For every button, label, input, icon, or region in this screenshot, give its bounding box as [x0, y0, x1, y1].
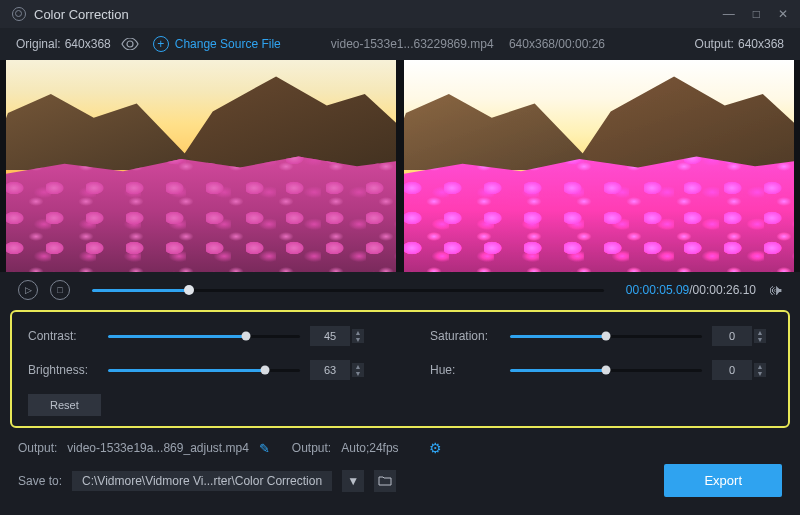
app-logo-icon [12, 7, 26, 21]
save-path: C:\Vidmore\Vidmore Vi...rter\Color Corre… [72, 471, 332, 491]
close-button[interactable]: ✕ [778, 7, 788, 21]
saturation-slider[interactable] [510, 335, 702, 338]
settings-icon[interactable]: ⚙ [429, 440, 442, 456]
source-filename: video-1533e1...63229869.mp4 [331, 37, 494, 51]
hue-up[interactable]: ▲ [754, 363, 766, 370]
maximize-button[interactable]: □ [753, 7, 760, 21]
contrast-slider[interactable] [108, 335, 300, 338]
path-dropdown-button[interactable]: ▼ [342, 470, 364, 492]
timeline-thumb[interactable] [184, 285, 194, 295]
preview-toggle-icon[interactable] [121, 38, 139, 50]
timeline-slider[interactable] [92, 289, 604, 292]
edit-filename-icon[interactable]: ✎ [259, 441, 270, 456]
export-button[interactable]: Export [664, 464, 782, 497]
preview-adjusted [404, 60, 794, 272]
hue-down[interactable]: ▼ [754, 370, 766, 377]
transport-bar: ▷ □ 00:00:05.09/00:00:26.10 🕪 [0, 272, 800, 308]
plus-icon: + [153, 36, 169, 52]
brightness-spinner[interactable]: ▲▼ [310, 360, 370, 380]
change-source-button[interactable]: + Change Source File [153, 36, 281, 52]
play-button[interactable]: ▷ [18, 280, 38, 300]
output-format-value: Auto;24fps [341, 441, 398, 455]
output-row: Output: video-1533e19a...869_adjust.mp4 … [0, 436, 800, 460]
hue-label: Hue: [430, 363, 500, 377]
brightness-down[interactable]: ▼ [352, 370, 364, 377]
contrast-label: Contrast: [28, 329, 98, 343]
preview-area [0, 60, 800, 272]
hue-slider[interactable] [510, 369, 702, 372]
save-row: Save to: C:\Vidmore\Vidmore Vi...rter\Co… [0, 460, 800, 501]
output-file-label: Output: [18, 441, 57, 455]
output-dimensions: 640x368 [738, 37, 784, 51]
stop-button[interactable]: □ [50, 280, 70, 300]
saturation-down[interactable]: ▼ [754, 336, 766, 343]
timeline-fill [92, 289, 189, 292]
titlebar: Color Correction — □ ✕ [0, 0, 800, 28]
window-title: Color Correction [34, 7, 723, 22]
save-to-label: Save to: [18, 474, 62, 488]
contrast-input[interactable] [310, 326, 350, 346]
time-display: 00:00:05.09/00:00:26.10 [626, 283, 756, 297]
total-time: /00:00:26.10 [689, 283, 756, 297]
output-filename: video-1533e19a...869_adjust.mp4 [67, 441, 248, 455]
saturation-up[interactable]: ▲ [754, 329, 766, 336]
source-meta: 640x368/00:00:26 [509, 37, 605, 51]
color-controls-panel: Contrast: ▲▼ Saturation: ▲▼ Brightness: … [10, 310, 790, 428]
preview-original [6, 60, 396, 272]
brightness-input[interactable] [310, 360, 350, 380]
original-dimensions: 640x368 [65, 37, 111, 51]
hue-input[interactable] [712, 360, 752, 380]
source-bar: Original: 640x368 + Change Source File v… [0, 28, 800, 60]
saturation-label: Saturation: [430, 329, 500, 343]
contrast-up[interactable]: ▲ [352, 329, 364, 336]
contrast-spinner[interactable]: ▲▼ [310, 326, 370, 346]
current-time: 00:00:05.09 [626, 283, 689, 297]
output-format-label: Output: [292, 441, 331, 455]
saturation-spinner[interactable]: ▲▼ [712, 326, 772, 346]
contrast-down[interactable]: ▼ [352, 336, 364, 343]
reset-button[interactable]: Reset [28, 394, 101, 416]
open-folder-button[interactable] [374, 470, 396, 492]
brightness-up[interactable]: ▲ [352, 363, 364, 370]
brightness-label: Brightness: [28, 363, 98, 377]
minimize-button[interactable]: — [723, 7, 735, 21]
original-label: Original: [16, 37, 61, 51]
volume-icon[interactable]: 🕪 [768, 282, 782, 298]
output-label: Output: [695, 37, 734, 51]
hue-spinner[interactable]: ▲▼ [712, 360, 772, 380]
change-source-label: Change Source File [175, 37, 281, 51]
saturation-input[interactable] [712, 326, 752, 346]
brightness-slider[interactable] [108, 369, 300, 372]
